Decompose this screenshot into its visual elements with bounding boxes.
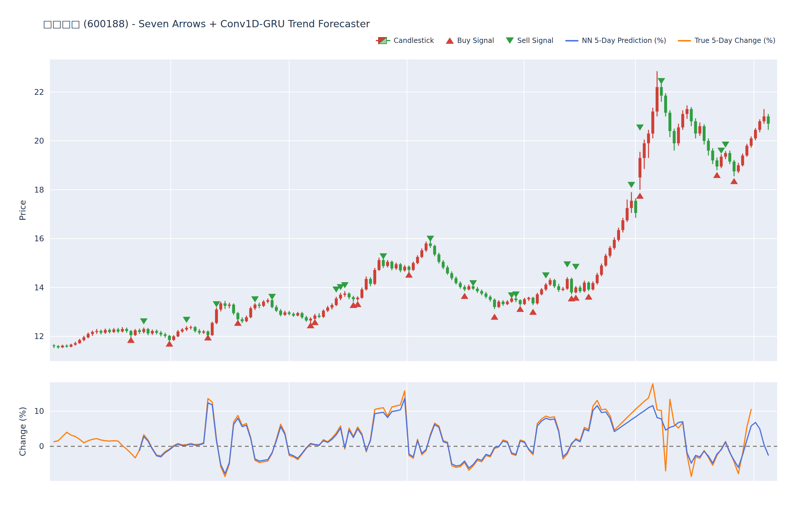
candle-body [609, 248, 612, 256]
legend-label-true-change: True 5-Day Change (%) [694, 37, 775, 45]
candle-body [313, 316, 317, 319]
candle-body [634, 201, 637, 213]
candle-body [386, 262, 389, 266]
main-plot-background [50, 59, 777, 361]
y-tick-label: 20 [34, 136, 44, 145]
candle-body [583, 282, 586, 291]
candle-body [523, 299, 526, 304]
candle-body [438, 255, 441, 262]
candle-body [390, 262, 393, 268]
candle-body [288, 312, 290, 314]
candle-body [78, 340, 81, 343]
chart-title: □□□□ (600188) - Seven Arrows + Conv1D-GR… [43, 18, 370, 29]
candle-body [185, 328, 188, 329]
candle-body [297, 313, 299, 316]
candle-body [647, 134, 650, 143]
candle-body [429, 244, 432, 246]
candle-body [211, 323, 214, 335]
candle-body [74, 343, 77, 344]
candle-body [660, 87, 663, 95]
candle-body [270, 300, 273, 307]
legend-label-sell-signal: Sell Signal [517, 37, 554, 45]
candle-body [318, 316, 321, 317]
candle-body [382, 260, 385, 266]
candle-body [690, 109, 693, 121]
legend-item-prediction: NN 5-Day Prediction (%) [565, 37, 666, 45]
y-tick-label: 12 [34, 332, 44, 341]
candle-body [130, 331, 133, 335]
candle-body [326, 307, 329, 310]
candle-body [416, 257, 419, 263]
legend-item-sell-signal: Sell Signal [506, 37, 554, 45]
candle-body [309, 319, 312, 320]
candle-body [219, 303, 222, 309]
candle-body [677, 127, 680, 143]
candle-body [617, 230, 620, 240]
candle-body [104, 330, 107, 333]
candle-body [241, 319, 244, 321]
candle-body [348, 294, 351, 297]
candle-body [202, 332, 205, 333]
candle-body [412, 263, 415, 270]
candle-body [562, 289, 564, 290]
prediction-line-icon [565, 40, 578, 41]
candle-body [510, 298, 513, 302]
candle-body [61, 346, 64, 347]
candle-body [596, 275, 598, 283]
candle-body [65, 346, 68, 346]
candle-body [600, 265, 603, 275]
candle-body [532, 298, 534, 303]
candle-body [527, 298, 530, 299]
candle-body [673, 131, 676, 143]
candle-body [763, 116, 766, 121]
candle-body [378, 260, 381, 270]
candle-body [279, 310, 282, 315]
candle-body [266, 300, 269, 302]
candle-body [160, 333, 162, 334]
candle-body [96, 331, 98, 332]
candle-body [245, 317, 248, 321]
candle-body [557, 286, 560, 290]
candle-body [100, 331, 102, 333]
candle-body [506, 302, 509, 304]
candle-body [168, 336, 171, 340]
candle-body [236, 313, 239, 319]
candle-body [194, 327, 197, 331]
candle-body [626, 208, 629, 220]
candle-body [189, 327, 192, 328]
candle-body [681, 114, 684, 127]
candle-body [339, 295, 342, 299]
candle-body [643, 143, 646, 158]
candle-body [502, 302, 505, 304]
candle-body [142, 329, 145, 332]
legend-label-prediction: NN 5-Day Prediction (%) [582, 37, 666, 45]
candle-body [570, 279, 573, 292]
candlestick-legend-icon [376, 36, 390, 45]
candle-body [356, 298, 359, 299]
candle-body [578, 287, 582, 291]
candle-body [425, 244, 427, 250]
candle-body [737, 165, 740, 172]
candle-body [604, 256, 607, 266]
candle-body [181, 329, 184, 332]
candle-body [87, 334, 89, 337]
legend-item-candlestick: Candlestick [376, 36, 434, 45]
candle-body [694, 121, 697, 134]
candle-body [53, 345, 55, 346]
candle-body [536, 294, 539, 303]
candle-body [151, 331, 154, 333]
candle-body [715, 160, 718, 166]
change-axis-label: Change (%) [18, 407, 27, 456]
candle-body [656, 87, 658, 112]
y-tick-label: 16 [34, 234, 44, 243]
candle-body [147, 329, 150, 334]
candle-body [733, 162, 735, 172]
candle-body [698, 126, 701, 134]
candle-body [450, 273, 453, 278]
candle-body [668, 113, 671, 131]
candle-body [198, 331, 201, 333]
candle-body [57, 346, 60, 347]
candle-body [403, 267, 406, 270]
candle-body [467, 286, 470, 289]
y-tick-label: 14 [34, 283, 44, 292]
